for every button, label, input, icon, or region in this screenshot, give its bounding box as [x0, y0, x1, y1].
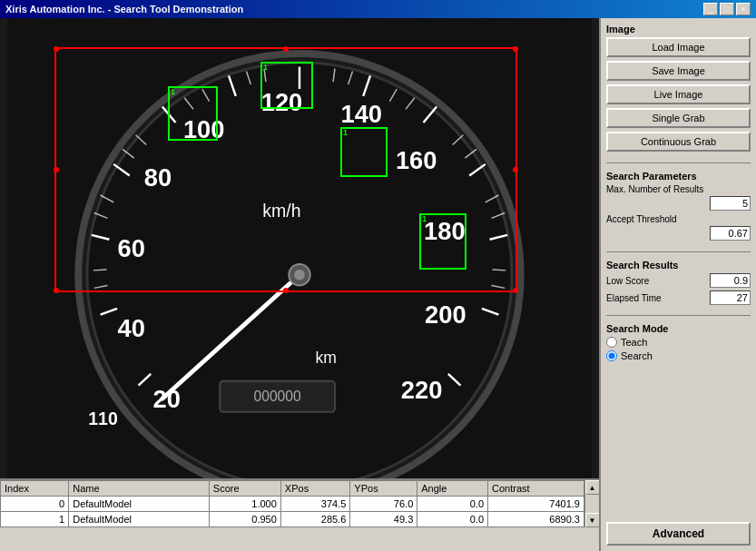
vertical-scrollbar[interactable]: ▲ ▼: [584, 480, 599, 527]
close-button[interactable]: ×: [736, 3, 751, 15]
cell-name: DefaultModel: [69, 497, 210, 512]
window-controls[interactable]: _ □ ×: [703, 3, 751, 15]
search-parameters-section: Search Parameters Max. Number of Results…: [606, 171, 751, 244]
divider-3: [606, 315, 751, 316]
search-mode-title: Search Mode: [606, 323, 751, 334]
search-parameters-title: Search Parameters: [606, 171, 751, 182]
cell-contrast: 7401.9: [488, 497, 584, 512]
cell-contrast: 6890.3: [488, 512, 584, 527]
table-container: Index Name Score XPos YPos Angle Contras…: [0, 480, 599, 527]
accept-threshold-input[interactable]: [710, 226, 751, 241]
search-mode-section: Search Mode Teach Search: [606, 323, 751, 364]
svg-text:160: 160: [396, 146, 437, 174]
scroll-up-button[interactable]: ▲: [585, 480, 600, 495]
right-panel: Image Load Image Save Image Live Image S…: [599, 18, 756, 551]
cell-index: 0: [1, 497, 69, 512]
load-image-button[interactable]: Load Image: [606, 37, 751, 57]
table-wrap: Index Name Score XPos YPos Angle Contras…: [0, 480, 584, 527]
svg-text:220: 220: [401, 376, 443, 404]
single-grab-button[interactable]: Single Grab: [606, 108, 751, 128]
col-contrast: Contrast: [488, 481, 584, 497]
col-name: Name: [69, 481, 210, 497]
col-index: Index: [1, 481, 69, 497]
search-radio[interactable]: [606, 350, 617, 361]
svg-text:20: 20: [153, 385, 181, 413]
svg-line-40: [93, 270, 107, 271]
teach-radio-label: Teach: [621, 337, 647, 348]
maximize-button[interactable]: □: [720, 3, 734, 15]
svg-text:000000: 000000: [254, 389, 301, 404]
col-xpos: XPos: [280, 481, 350, 497]
accept-threshold-label: Accept Threshold: [606, 214, 751, 224]
main-content: 20 40 60 80 100 120 140 160 180 200: [0, 18, 756, 551]
cell-angle: 0.0: [417, 512, 488, 527]
image-panel: 20 40 60 80 100 120 140 160 180 200: [0, 18, 599, 551]
continuous-grab-button[interactable]: Continuous Grab: [606, 132, 751, 152]
divider-2: [606, 251, 751, 252]
svg-text:km/h: km/h: [262, 201, 300, 221]
table-row[interactable]: 0DefaultModel1.000374.576.00.07401.9: [1, 497, 584, 512]
image-section: Image Load Image Save Image Live Image S…: [606, 24, 751, 155]
table-row[interactable]: 1DefaultModel0.950285.649.30.06890.3: [1, 512, 584, 527]
save-image-button[interactable]: Save Image: [606, 61, 751, 81]
cell-index: 1: [1, 512, 69, 527]
low-score-value[interactable]: [710, 273, 751, 288]
speedometer-image: 20 40 60 80 100 120 140 160 180 200: [0, 18, 599, 478]
search-results-title: Search Results: [606, 260, 751, 271]
svg-text:180: 180: [424, 217, 466, 245]
elapsed-time-value[interactable]: [710, 290, 751, 305]
scroll-down-button[interactable]: ▼: [585, 513, 600, 527]
cell-name: DefaultModel: [69, 512, 210, 527]
svg-line-48: [493, 270, 506, 271]
svg-text:200: 200: [425, 300, 466, 329]
table-panel: Index Name Score XPos YPos Angle Contras…: [0, 478, 599, 551]
cell-ypos: 49.3: [350, 512, 417, 527]
window-title: Xiris Automation Inc. - Search Tool Demo…: [5, 4, 243, 15]
svg-text:60: 60: [118, 234, 145, 262]
col-score: Score: [209, 481, 280, 497]
col-angle: Angle: [417, 481, 488, 497]
svg-text:110: 110: [88, 408, 118, 428]
search-results-section: Search Results Low Score Elapsed Time: [606, 260, 751, 308]
col-ypos: YPos: [350, 481, 417, 497]
low-score-label: Low Score: [606, 276, 649, 286]
elapsed-time-label: Elapsed Time: [606, 293, 662, 303]
low-score-row: Low Score: [606, 273, 751, 288]
divider-1: [606, 162, 751, 163]
results-table: Index Name Score XPos YPos Angle Contras…: [0, 480, 584, 527]
cell-xpos: 285.6: [280, 512, 350, 527]
title-bar: Xiris Automation Inc. - Search Tool Demo…: [0, 0, 756, 18]
svg-text:140: 140: [340, 100, 382, 128]
svg-text:80: 80: [144, 163, 172, 192]
speedometer-area: 20 40 60 80 100 120 140 160 180 200: [0, 18, 599, 478]
cell-score: 0.950: [209, 512, 280, 527]
elapsed-time-row: Elapsed Time: [606, 290, 751, 305]
svg-text:km: km: [316, 349, 337, 367]
live-image-button[interactable]: Live Image: [606, 84, 751, 104]
search-radio-label: Search: [621, 350, 653, 361]
max-results-input[interactable]: [710, 196, 751, 211]
teach-radio[interactable]: [606, 337, 617, 348]
advanced-button[interactable]: Advanced: [606, 522, 751, 546]
cell-angle: 0.0: [417, 497, 488, 512]
cell-score: 1.000: [209, 497, 280, 512]
cell-xpos: 374.5: [280, 497, 350, 512]
teach-radio-row[interactable]: Teach: [606, 337, 751, 348]
minimize-button[interactable]: _: [703, 3, 718, 15]
svg-text:40: 40: [118, 314, 145, 342]
svg-point-52: [294, 270, 305, 280]
search-radio-row[interactable]: Search: [606, 350, 751, 361]
svg-text:100: 100: [183, 115, 225, 143]
max-results-label: Max. Number of Results: [606, 184, 751, 194]
cell-ypos: 76.0: [350, 497, 417, 512]
image-section-title: Image: [606, 24, 751, 34]
svg-text:120: 120: [261, 88, 303, 116]
